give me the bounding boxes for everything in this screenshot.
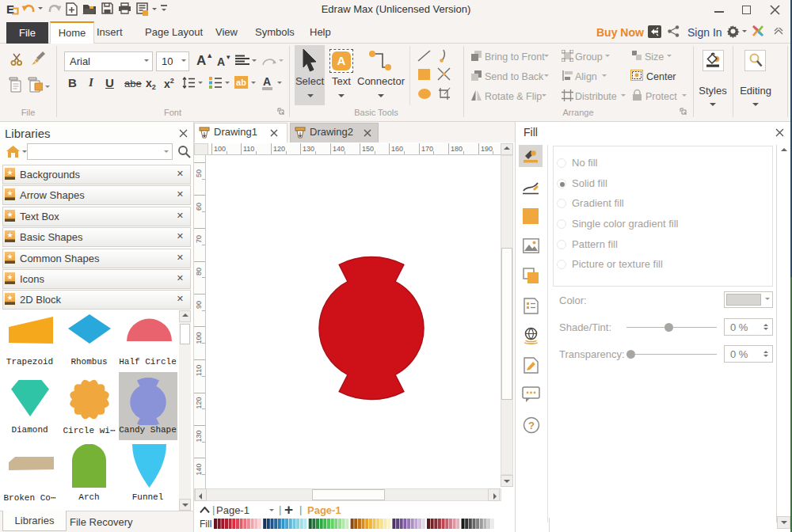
svg-text:?: ?: [528, 420, 535, 431]
